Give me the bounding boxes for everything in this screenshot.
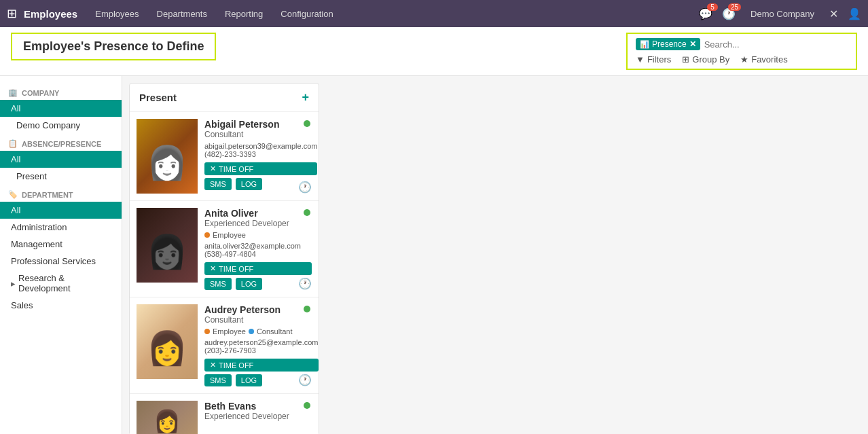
main-layout: 🏢 COMPANY All Demo Company 📋 ABSENCE/PRE… (0, 76, 868, 434)
messages-icon[interactable]: 💬 5 (699, 7, 712, 20)
employee-name: Beth Evans (204, 401, 312, 412)
log-button[interactable]: LOG (236, 374, 262, 386)
header-area: Employee's Presence to Define 📊 Presence… (0, 27, 868, 76)
filters-button[interactable]: ▼ Filters (636, 54, 671, 65)
dept-section-icon: 🏷️ (8, 190, 18, 199)
presence-indicator (304, 120, 310, 127)
employee-actions: ✕ TIME OFF SMS LOG (204, 262, 312, 290)
employee-info: Beth Evans Experienced Developer (198, 401, 312, 427)
table-row: 👩 Audrey Peterson Consultant Employee Co… (130, 297, 319, 394)
sidebar-item-professional[interactable]: Professional Services (0, 253, 122, 270)
tag-dot-2 (249, 329, 254, 334)
top-navigation: ⊞ Employees Employees Departments Report… (0, 0, 868, 27)
employee-name: Audrey Peterson (204, 304, 319, 315)
search-bottom: ▼ Filters ⊞ Group By ★ Favorites (636, 54, 848, 65)
employee-photo: 👩 (137, 401, 198, 434)
filter-tag-close[interactable]: ✕ (689, 39, 696, 49)
content-area: Present + 👩 Abigail Peterson Consultant … (122, 76, 868, 434)
presence-indicator (304, 209, 310, 216)
sms-button[interactable]: SMS (204, 278, 232, 290)
search-area: 📊 Presence ✕ ▼ Filters ⊞ Group By ★ Favo… (626, 33, 857, 70)
nav-reporting[interactable]: Reporting (218, 9, 270, 19)
time-off-label: TIME OFF (219, 361, 253, 369)
presence-indicator (304, 306, 310, 312)
clock-icon: 🕐 (298, 277, 312, 290)
absence-section-label: 📋 ABSENCE/PRESENCE (0, 134, 122, 151)
table-row: 👩 Abigail Peterson Consultant abigail.pe… (130, 112, 319, 201)
search-top: 📊 Presence ✕ (636, 38, 848, 50)
nav-departments[interactable]: Departments (150, 9, 214, 19)
nav-configuration[interactable]: Configuration (274, 9, 340, 19)
kanban-column-header: Present + (130, 84, 319, 112)
kanban-column-present: Present + 👩 Abigail Peterson Consultant … (129, 83, 319, 434)
favorites-icon: ★ (740, 54, 748, 65)
kanban-add-button[interactable]: + (302, 90, 309, 105)
groupby-label: Group By (692, 54, 729, 65)
page-title: Employee's Presence to Define (11, 33, 216, 60)
time-off-button[interactable]: ✕ TIME OFF (204, 359, 319, 372)
sms-button[interactable]: SMS (204, 374, 232, 386)
tag-label-2: Consultant (257, 327, 293, 336)
sidebar-item-absence-all[interactable]: All (0, 151, 122, 168)
employee-tags: Employee Consultant (204, 327, 319, 336)
presence-indicator (304, 402, 310, 409)
settings-icon[interactable]: ✕ (829, 7, 838, 20)
presence-filter-tag[interactable]: 📊 Presence ✕ (636, 38, 700, 50)
nav-employees[interactable]: Employees (88, 9, 145, 19)
employee-phone: (538)-497-4804 (204, 250, 312, 258)
employee-photo: 👩 (137, 119, 198, 194)
employee-email: audrey.peterson25@example.com (204, 338, 319, 346)
favorites-button[interactable]: ★ Favorites (740, 54, 787, 65)
filter-tag-label: Presence (652, 39, 687, 49)
user-avatar[interactable]: 👤 (848, 7, 861, 20)
sidebar-item-research[interactable]: Research & Development (0, 270, 122, 297)
activity-icon[interactable]: 🕐 25 (722, 7, 736, 20)
employee-phone: (203)-276-7903 (204, 346, 319, 355)
table-row: 👩 Beth Evans Experienced Developer (130, 394, 319, 434)
filter-tag-icon: 📊 (640, 40, 649, 49)
log-button[interactable]: LOG (236, 278, 262, 290)
sidebar-item-sales[interactable]: Sales (0, 297, 122, 314)
activity-badge: 25 (728, 3, 741, 11)
employee-role: Experienced Developer (204, 412, 312, 421)
groupby-button[interactable]: ⊞ Group By (682, 54, 729, 65)
tag-label: Employee (213, 327, 246, 336)
company-name: Demo Company (751, 9, 814, 19)
filter-icon: ▼ (636, 54, 645, 65)
absence-section-icon: 📋 (8, 139, 18, 148)
company-section-icon: 🏢 (8, 88, 18, 97)
nav-icons: 💬 5 🕐 25 Demo Company ✕ 👤 (699, 7, 861, 20)
favorites-label: Favorites (751, 54, 787, 65)
messages-badge: 5 (707, 3, 718, 11)
groupby-icon: ⊞ (682, 54, 689, 65)
employee-role: Consultant (204, 130, 317, 139)
employee-phone: (482)-233-3393 (204, 150, 317, 158)
app-grid-icon[interactable]: ⊞ (7, 6, 17, 21)
time-off-button[interactable]: ✕ TIME OFF (204, 262, 312, 275)
log-button[interactable]: LOG (236, 178, 262, 190)
clock-icon: 🕐 (298, 181, 312, 194)
employee-name: Anita Oliver (204, 208, 312, 219)
employee-info: Anita Oliver Experienced Developer Emplo… (198, 208, 312, 290)
employee-role: Consultant (204, 315, 319, 325)
time-off-label: TIME OFF (219, 165, 253, 173)
sidebar-item-company-all[interactable]: All (0, 100, 122, 117)
employee-name: Abigail Peterson (204, 119, 317, 130)
department-section-label: 🏷️ DEPARTMENT (0, 185, 122, 202)
sidebar-item-demo-company[interactable]: Demo Company (0, 117, 122, 134)
employee-tags: Employee (204, 231, 312, 239)
tag-dot (204, 329, 210, 334)
sidebar-item-dept-all[interactable]: All (0, 202, 122, 219)
time-off-icon: ✕ (210, 164, 216, 173)
sidebar-item-management[interactable]: Management (0, 236, 122, 253)
time-off-label: TIME OFF (219, 265, 253, 273)
sidebar-item-present[interactable]: Present (0, 168, 122, 185)
employee-photo: 👩 (137, 304, 198, 379)
time-off-button[interactable]: ✕ TIME OFF (204, 162, 317, 175)
employee-email: abigail.peterson39@example.com (204, 142, 317, 150)
search-input[interactable] (704, 39, 848, 50)
sms-button[interactable]: SMS (204, 178, 232, 190)
sidebar-item-admin[interactable]: Administration (0, 219, 122, 236)
kanban-column-title: Present (139, 92, 177, 103)
table-row: 👩 Anita Oliver Experienced Developer Emp… (130, 201, 319, 297)
